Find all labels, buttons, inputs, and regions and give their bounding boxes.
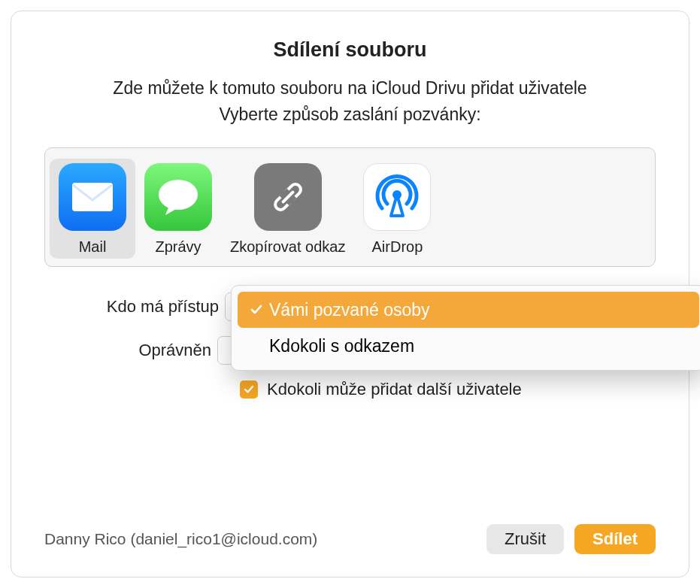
access-dropdown: Vámi pozvané osoby Kdokoli s odkazem xyxy=(231,285,700,371)
allow-add-label: Kdokoli může přidat další uživatele xyxy=(267,380,522,399)
dropdown-item-label: Vámi pozvané osoby xyxy=(269,300,430,320)
dropdown-item-label: Kdokoli s odkazem xyxy=(269,336,414,356)
sheet-title: Sdílení souboru xyxy=(44,38,656,62)
sheet-footer: Danny Rico (daniel_rico1@icloud.com) Zru… xyxy=(44,524,656,554)
send-method-airdrop[interactable]: AirDrop xyxy=(354,159,440,259)
send-method-label: Zprávy xyxy=(155,238,201,256)
send-method-list: Mail Zprávy xyxy=(44,147,656,267)
svg-rect-0 xyxy=(72,183,113,211)
svg-point-1 xyxy=(159,180,198,210)
send-method-label: Zkopírovat odkaz xyxy=(230,238,345,256)
send-method-copy-link[interactable]: Zkopírovat odkaz xyxy=(221,159,354,259)
send-method-mail[interactable]: Mail xyxy=(50,159,135,259)
access-option-invited[interactable]: Vámi pozvané osoby xyxy=(238,292,699,328)
sheet-instruction: Vyberte způsob zaslání pozvánky: xyxy=(44,105,656,125)
send-method-label: Mail xyxy=(79,238,107,256)
link-icon xyxy=(254,163,322,231)
permission-label: Oprávněn xyxy=(44,341,217,360)
sheet-subtitle: Zde můžete k tomuto souboru na iCloud Dr… xyxy=(44,78,656,99)
mail-icon xyxy=(59,163,126,231)
checkmark-icon xyxy=(250,303,269,317)
access-label: Kdo má přístup xyxy=(44,297,225,317)
messages-icon xyxy=(144,163,212,231)
allow-add-checkbox[interactable] xyxy=(240,380,258,399)
airdrop-icon xyxy=(363,163,431,231)
share-sheet: Sdílení souboru Zde můžete k tomuto soub… xyxy=(11,11,689,577)
share-button[interactable]: Sdílet xyxy=(574,524,656,554)
share-options: Kdo má přístup ▾ Oprávněn ▾ Vámi pozvané… xyxy=(44,292,656,399)
send-method-label: AirDrop xyxy=(372,238,423,256)
cancel-button[interactable]: Zrušit xyxy=(486,524,564,554)
send-method-messages[interactable]: Zprávy xyxy=(135,159,221,259)
access-option-anyone-link[interactable]: Kdokoli s odkazem xyxy=(238,328,699,364)
current-user: Danny Rico (daniel_rico1@icloud.com) xyxy=(44,530,317,548)
